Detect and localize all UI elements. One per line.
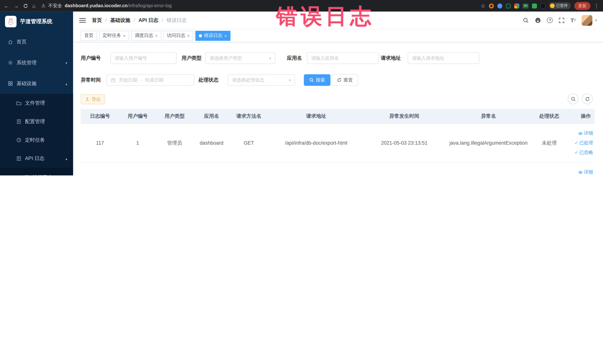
exception-time-range-picker[interactable]: 开始日期 - 结束日期 <box>107 74 194 86</box>
table-header-row: 日志编号 用户编号 用户类型 应用名 请求方法名 请求地址 异常发生时间 异常名… <box>81 109 595 124</box>
extension-on-badge[interactable]: on <box>523 3 529 8</box>
col-app-name: 应用名 <box>193 109 230 124</box>
tab-label: 首页 <box>84 32 93 39</box>
range-separator: - <box>140 77 142 83</box>
check-icon: ✓ <box>575 138 578 148</box>
close-icon[interactable]: × <box>224 33 227 38</box>
sidebar-item-home[interactable]: 首页 <box>0 32 73 52</box>
check-icon: ✓ <box>575 148 578 157</box>
col-user-id: 用户编号 <box>119 109 156 124</box>
extension-tampermonkey-icon[interactable] <box>540 3 545 8</box>
tab-schedule-log[interactable]: 调度日志 × <box>131 31 161 41</box>
extension-orange-icon[interactable] <box>489 3 494 8</box>
browser-reload-icon[interactable] <box>23 3 28 8</box>
table-row: 116 1 管理员 dashboard GET /api/infra/db-do… <box>81 163 595 176</box>
tab-label: 定时任务 <box>103 32 121 39</box>
close-icon[interactable]: × <box>187 33 190 38</box>
address-bar[interactable]: ⚠ 不安全 dashboard.yudao.iocoder.cn/infra/l… <box>41 2 476 9</box>
col-status: 处理状态 <box>533 109 565 124</box>
sidebar-item-system[interactable]: 系统管理 ▾ <box>0 52 73 73</box>
sidebar-item-config-management[interactable]: 配置管理 <box>0 112 73 131</box>
gear-icon <box>8 60 13 65</box>
tab-access-log[interactable]: 访问日志 × <box>163 31 193 41</box>
help-icon[interactable]: ? <box>547 17 553 23</box>
main-content: 用户编号 用户类型 请选择用户类型 ▾ 应用名 请求地址 异常时间 开始日期 -… <box>73 42 603 176</box>
browser-menu-icon[interactable]: ⋮ <box>594 3 599 9</box>
browser-update-button[interactable]: 更新 <box>574 2 590 10</box>
tab-error-log[interactable]: 错误日志 × <box>196 31 231 41</box>
bookmark-star-icon[interactable]: ☆ <box>481 3 486 9</box>
log-doc-icon <box>16 156 22 161</box>
mark-processed-link[interactable]: ✓已处理 <box>567 138 593 148</box>
breadcrumb-infra[interactable]: 基础设施 <box>110 17 130 23</box>
exception-time-cell: 2021-05-03 23:13:51 <box>365 124 444 163</box>
extension-blue-icon[interactable] <box>497 3 502 8</box>
extension-green-icon[interactable] <box>532 3 537 8</box>
start-date-placeholder: 开始日期 <box>119 77 137 83</box>
process-status-select[interactable]: 请选择处理状态 ▾ <box>228 74 295 86</box>
search-icon[interactable] <box>523 17 529 23</box>
sidebar-item-label: 定时任务 <box>25 137 45 143</box>
fullscreen-icon[interactable] <box>559 17 565 23</box>
detail-link[interactable]: 详细 <box>567 129 593 138</box>
sidebar: 芋道管理系统 首页 系统管理 ▾ 基础设施 ▴ 文件管理 配置管理 定时任务 <box>0 12 73 176</box>
close-icon[interactable]: × <box>123 33 126 38</box>
search-toggle-button[interactable] <box>568 94 579 104</box>
process-status-placeholder: 请选择处理状态 <box>232 77 289 83</box>
browser-back-icon[interactable]: ← <box>4 3 9 9</box>
detail-link[interactable]: 详细 <box>567 167 593 176</box>
sidebar-item-label: 系统管理 <box>16 59 36 66</box>
app-name-input[interactable] <box>307 52 379 64</box>
chevron-down-icon: ▾ <box>65 61 67 65</box>
browser-extensions-area: ☆ on 已暂停 更新 ⋮ <box>481 2 599 10</box>
app-title: 芋道管理系统 <box>20 18 52 25</box>
paused-badge[interactable]: 已暂停 <box>549 2 571 9</box>
sidebar-item-label: API 日志 <box>25 155 45 162</box>
sidebar-item-label: 基础设施 <box>16 80 36 87</box>
sidebar-item-infra[interactable]: 基础设施 ▴ <box>0 73 73 94</box>
font-size-icon[interactable]: TT <box>570 17 576 23</box>
avatar[interactable] <box>582 15 592 26</box>
hamburger-icon[interactable] <box>79 18 86 23</box>
refresh-button[interactable] <box>582 94 593 104</box>
user-type-select[interactable]: 请选择用户类型 ▾ <box>205 52 276 64</box>
config-doc-icon <box>16 119 22 124</box>
sidebar-item-access-log[interactable]: 访问日志 <box>0 168 73 176</box>
user-type-placeholder: 请选择用户类型 <box>210 55 269 61</box>
browser-home-icon[interactable]: ⌂ <box>32 3 35 9</box>
user-id-label: 用户编号 <box>81 52 101 64</box>
browser-forward-icon[interactable]: → <box>13 3 19 9</box>
avatar-caret-icon[interactable]: ▾ <box>595 18 597 22</box>
method-cell: GET <box>230 124 268 163</box>
sidebar-item-scheduled-tasks[interactable]: 定时任务 <box>0 131 73 150</box>
sidebar-item-file-management[interactable]: 文件管理 <box>0 94 73 112</box>
app-name-cell: dashboard <box>193 124 230 163</box>
request-url-input[interactable] <box>408 52 479 64</box>
tab-home[interactable]: 首页 <box>81 31 97 41</box>
col-exception-name: 异常名 <box>444 109 533 124</box>
tab-label: 错误日志 <box>204 32 222 39</box>
mark-ignored-link[interactable]: ✓已忽略 <box>567 148 593 157</box>
table-row: 117 1 管理员 dashboard GET /api/infra/db-do… <box>81 124 595 163</box>
breadcrumb-home[interactable]: 首页 <box>92 17 102 23</box>
export-button[interactable]: 导出 <box>81 94 105 104</box>
eye-icon <box>578 170 583 175</box>
user-id-input[interactable] <box>110 52 177 64</box>
search-button[interactable]: 搜索 <box>304 74 330 86</box>
sidebar-item-api-logs[interactable]: API 日志 ▴ <box>0 149 73 168</box>
col-exception-time: 异常发生时间 <box>365 109 444 124</box>
refresh-icon <box>337 78 342 82</box>
user-id-cell: 1 <box>119 124 156 163</box>
extension-smiley-icon <box>550 3 555 8</box>
export-button-label: 导出 <box>92 96 101 103</box>
extension-vue-icon[interactable] <box>506 3 511 8</box>
github-icon[interactable] <box>535 17 541 23</box>
refresh-icon <box>585 96 590 101</box>
extension-grid-icon[interactable] <box>514 3 519 8</box>
app-logo-icon <box>5 16 16 27</box>
breadcrumb-api-logs[interactable]: API 日志 <box>139 17 158 23</box>
app-logo-row[interactable]: 芋道管理系统 <box>0 12 73 32</box>
reset-button[interactable]: 重置 <box>332 74 358 86</box>
close-icon[interactable]: × <box>155 33 158 38</box>
tab-scheduled-tasks[interactable]: 定时任务 × <box>99 31 129 41</box>
